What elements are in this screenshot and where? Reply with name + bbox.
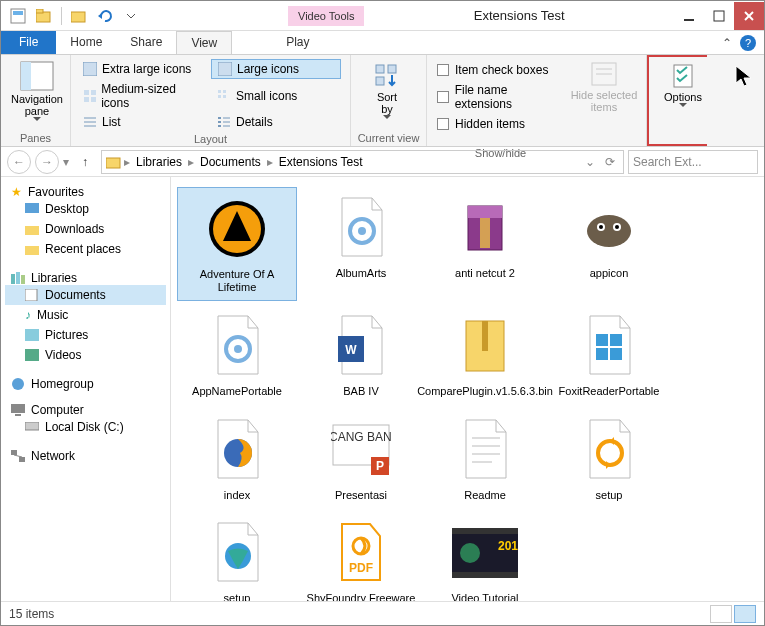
- breadcrumb[interactable]: ▸ Libraries▸ Documents▸ Extensions Test …: [101, 150, 624, 174]
- svg-rect-36: [674, 65, 692, 87]
- file-name: appicon: [590, 267, 629, 280]
- layout-xl-icons[interactable]: Extra large icons: [77, 59, 207, 79]
- chk-file-extensions[interactable]: File name extensions: [433, 81, 568, 113]
- file-tab[interactable]: File: [1, 31, 56, 54]
- svg-rect-16: [91, 97, 96, 102]
- qat-newfolder-icon[interactable]: [68, 5, 90, 27]
- sidebar-localdisk[interactable]: Local Disk (C:): [5, 417, 166, 437]
- sort-by-button[interactable]: Sort by: [357, 59, 417, 122]
- file-icon: [574, 311, 644, 381]
- maximize-button[interactable]: [704, 2, 734, 30]
- collapse-ribbon-icon[interactable]: ⌃: [722, 36, 732, 50]
- options-button[interactable]: Options: [653, 61, 713, 110]
- file-icon: W: [326, 311, 396, 381]
- sidebar-homegroup[interactable]: Homegroup: [5, 377, 166, 391]
- chk-item-checkboxes[interactable]: Item check boxes: [433, 61, 568, 79]
- qat-dropdown-icon[interactable]: [120, 5, 142, 27]
- file-icon: [450, 415, 520, 485]
- file-name: AppNamePortable: [192, 385, 282, 398]
- help-icon[interactable]: ?: [740, 35, 756, 51]
- view-icons-icon[interactable]: [734, 605, 756, 623]
- layout-details[interactable]: Details: [211, 113, 341, 131]
- addr-dropdown-icon[interactable]: ⌄: [581, 155, 599, 169]
- back-button[interactable]: ←: [7, 150, 31, 174]
- tab-view[interactable]: View: [176, 31, 232, 54]
- file-item[interactable]: AlbumArts: [301, 187, 421, 301]
- crumb-libraries[interactable]: Libraries: [132, 155, 186, 169]
- history-dropdown-icon[interactable]: ▾: [63, 155, 69, 169]
- svg-rect-72: [596, 334, 608, 346]
- group-label-layout: Layout: [77, 131, 344, 147]
- svg-point-64: [599, 225, 603, 229]
- qat-properties-icon[interactable]: [7, 5, 29, 27]
- sidebar-music[interactable]: ♪Music: [5, 305, 166, 325]
- tab-play[interactable]: Play: [272, 31, 323, 54]
- hide-selected-button: Hide selected items: [568, 59, 640, 115]
- file-item[interactable]: AppNamePortable: [177, 305, 297, 404]
- close-button[interactable]: [734, 2, 764, 30]
- file-item[interactable]: setup: [177, 512, 297, 601]
- svg-rect-43: [21, 275, 25, 284]
- contextual-tab[interactable]: Video Tools: [288, 6, 364, 26]
- view-details-icon[interactable]: [710, 605, 732, 623]
- file-name: Video Tutorial: [451, 592, 518, 601]
- sidebar-computer[interactable]: Computer: [5, 403, 166, 417]
- layout-large-icons[interactable]: Large icons: [211, 59, 341, 79]
- sidebar-pictures[interactable]: Pictures: [5, 325, 166, 345]
- file-item[interactable]: Adventure Of A Lifetime: [177, 187, 297, 301]
- tab-home[interactable]: Home: [56, 31, 116, 54]
- layout-small-icons[interactable]: Small icons: [211, 80, 341, 112]
- file-item[interactable]: 201Video Tutorial: [425, 512, 545, 601]
- group-label-panes: Panes: [7, 130, 64, 146]
- svg-rect-73: [610, 334, 622, 346]
- file-item[interactable]: WBAB IV: [301, 305, 421, 404]
- navpane-icon: [20, 61, 54, 91]
- qat-open-icon[interactable]: [33, 5, 55, 27]
- group-label-current: Current view: [357, 130, 420, 146]
- svg-rect-4: [71, 12, 85, 22]
- file-item[interactable]: RANCANG BANGUNPPresentasi: [301, 409, 421, 508]
- sidebar-recent[interactable]: Recent places: [5, 239, 166, 259]
- file-item[interactable]: index: [177, 409, 297, 508]
- svg-rect-38: [25, 203, 39, 213]
- minimize-button[interactable]: [674, 2, 704, 30]
- file-item[interactable]: setup: [549, 409, 669, 508]
- sidebar-downloads[interactable]: Downloads: [5, 219, 166, 239]
- sidebar-desktop[interactable]: Desktop: [5, 199, 166, 219]
- status-count: 15 items: [9, 607, 54, 621]
- svg-rect-41: [11, 274, 15, 284]
- tab-share[interactable]: Share: [116, 31, 176, 54]
- file-item[interactable]: PDFShyFoundry Freeware EULA: [301, 512, 421, 601]
- file-name: anti netcut 2: [455, 267, 515, 280]
- file-icon: [202, 415, 272, 485]
- file-icon: 201: [450, 518, 520, 588]
- file-item[interactable]: Readme: [425, 409, 545, 508]
- svg-rect-49: [15, 414, 21, 416]
- file-item[interactable]: anti netcut 2: [425, 187, 545, 301]
- svg-point-61: [587, 215, 631, 247]
- crumb-documents[interactable]: Documents: [196, 155, 265, 169]
- svg-rect-11: [83, 62, 97, 76]
- svg-rect-10: [21, 62, 31, 90]
- sidebar-videos[interactable]: Videos: [5, 345, 166, 365]
- file-item[interactable]: FoxitReaderPortable: [549, 305, 669, 404]
- svg-rect-6: [714, 11, 724, 21]
- sidebar-libraries[interactable]: Libraries: [5, 271, 166, 285]
- navigation-pane-button[interactable]: Navigation pane: [7, 59, 67, 124]
- svg-rect-46: [25, 349, 39, 361]
- search-input[interactable]: Search Ext...: [628, 150, 758, 174]
- refresh-icon[interactable]: ⟳: [601, 155, 619, 169]
- file-item[interactable]: ComparePlugin.v1.5.6.3.bin: [425, 305, 545, 404]
- sidebar-documents[interactable]: Documents: [5, 285, 166, 305]
- svg-text:PDF: PDF: [349, 561, 373, 575]
- sidebar-network[interactable]: Network: [5, 449, 166, 463]
- sidebar-favourites[interactable]: ★Favourites: [5, 185, 166, 199]
- file-item[interactable]: appicon: [549, 187, 669, 301]
- up-button[interactable]: ↑: [73, 150, 97, 174]
- chk-hidden-items[interactable]: Hidden items: [433, 115, 568, 133]
- layout-list[interactable]: List: [77, 113, 207, 131]
- qat-undo-icon[interactable]: [94, 5, 116, 27]
- crumb-current[interactable]: Extensions Test: [275, 155, 367, 169]
- layout-medium-icons[interactable]: Medium-sized icons: [77, 80, 207, 112]
- svg-rect-52: [19, 457, 25, 462]
